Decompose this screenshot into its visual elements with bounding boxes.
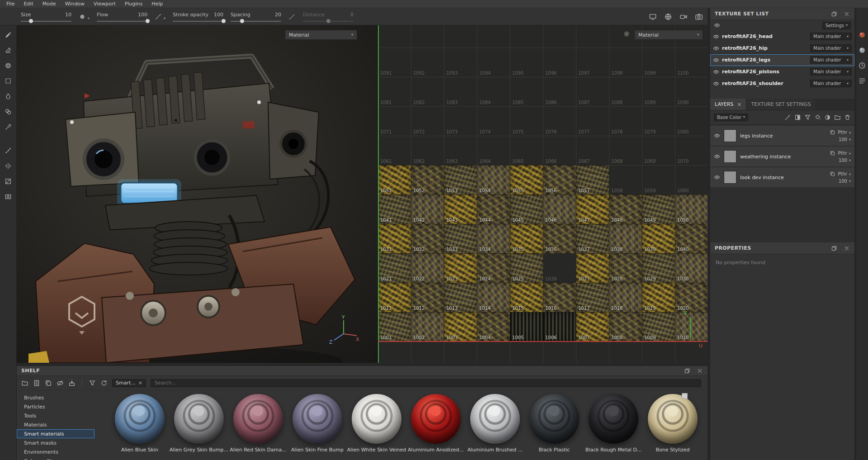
- stencil-tool[interactable]: [2, 191, 14, 203]
- blend-mode-dropdown[interactable]: Pthr▾: [838, 130, 851, 135]
- add-folder-icon[interactable]: [834, 114, 841, 121]
- menu-plugins[interactable]: Plugins: [120, 0, 147, 7]
- duplicate-icon[interactable]: [45, 379, 52, 387]
- shelf-material-alien-skin-fine-bump[interactable]: Alien Skin Fine Bump: [291, 394, 344, 460]
- uv-tile-1099[interactable]: 1099: [642, 47, 675, 77]
- menu-help[interactable]: Help: [147, 0, 167, 7]
- uv-tile-1030[interactable]: 1030: [675, 253, 708, 283]
- uv-tile-1096[interactable]: 1096: [543, 47, 576, 77]
- uv-tile-1054[interactable]: 1054: [477, 165, 510, 195]
- shader-settings-icon[interactable]: [858, 31, 866, 39]
- smudge-tool[interactable]: [2, 90, 14, 102]
- shader-sphere-icon[interactable]: [664, 13, 672, 21]
- uv-tile-1093[interactable]: 1093: [444, 47, 477, 77]
- uv-tile-1028[interactable]: 1028: [609, 253, 642, 283]
- delete-layer-icon[interactable]: [844, 114, 851, 121]
- close-icon[interactable]: [844, 11, 850, 17]
- uv-tile-1045[interactable]: 1045: [510, 194, 543, 224]
- uv-tile-1097[interactable]: 1097: [576, 47, 609, 77]
- uv-tile-1067[interactable]: 1067: [576, 136, 609, 166]
- shader-dropdown[interactable]: Main shader▾: [810, 56, 852, 64]
- clone-tool[interactable]: [2, 106, 14, 118]
- filter-icon[interactable]: [89, 379, 96, 387]
- uv-tile-1014[interactable]: 1014: [477, 283, 510, 313]
- shader-dropdown[interactable]: Main shader▾: [810, 80, 852, 87]
- float-panel-icon[interactable]: [684, 368, 690, 374]
- menu-window[interactable]: Window: [61, 0, 89, 7]
- falloff-icon[interactable]: ▾: [155, 13, 165, 20]
- shader-dropdown[interactable]: Main shader▾: [810, 68, 852, 76]
- material-sphere[interactable]: [529, 394, 579, 444]
- uv-tile-1071[interactable]: 1071: [378, 106, 411, 136]
- slider-knob[interactable]: [146, 19, 150, 23]
- uv-tile-1052[interactable]: 1052: [411, 165, 444, 195]
- uv-tile-1034[interactable]: 1034: [477, 224, 510, 254]
- slider-knob[interactable]: [222, 19, 226, 23]
- texture-set-row-retrofitaf26-hip[interactable]: retrofitAF26_hipMain shader▾: [710, 43, 854, 54]
- uv-tile-1010[interactable]: 1010: [675, 312, 708, 342]
- layer-row-look-dev-instance[interactable]: look dev instancePthr▾100▾: [710, 167, 854, 187]
- uv-tile-1044[interactable]: 1044: [477, 194, 510, 224]
- paint-tool[interactable]: [2, 29, 14, 41]
- uv-tile-1068[interactable]: 1068: [609, 136, 642, 166]
- shader-dropdown[interactable]: Main shader▾: [810, 44, 852, 52]
- uv-tile-1086[interactable]: 1086: [543, 77, 576, 107]
- thumbnail-size-button[interactable]: [682, 393, 688, 399]
- uv-tile-1006[interactable]: 1006: [543, 312, 576, 342]
- uv-tile-1084[interactable]: 1084: [477, 77, 510, 107]
- settings-dropdown[interactable]: Settings▾: [822, 22, 851, 29]
- shelf-material-alien-grey-skin-bump[interactable]: Alien Grey Skin Bump...: [173, 394, 225, 460]
- camera-icon[interactable]: [679, 13, 688, 21]
- add-smart-material-icon[interactable]: [824, 114, 831, 121]
- shelf-category-brushes[interactable]: Brushes: [17, 393, 94, 402]
- close-icon[interactable]: [844, 245, 850, 251]
- material-sphere[interactable]: [648, 394, 698, 444]
- uv-tile-1023[interactable]: 1023: [444, 253, 477, 283]
- uv-tile-1032[interactable]: 1032: [411, 224, 444, 254]
- import-resources-icon[interactable]: [68, 379, 75, 387]
- eraser-tool[interactable]: [2, 44, 14, 56]
- uv-tile-1058[interactable]: 1058: [609, 165, 642, 195]
- uv-tile-1003[interactable]: 1003: [444, 312, 477, 342]
- shelf-category-smart-masks[interactable]: Smart masks: [17, 438, 94, 447]
- shelf-material-black-rough-metal-d[interactable]: Black Rough Metal D...: [587, 394, 640, 460]
- uv-tile-1027[interactable]: 1027: [576, 253, 609, 283]
- uv-tile-1064[interactable]: 1064: [477, 136, 510, 166]
- uv-tile-1091[interactable]: 1091: [378, 47, 411, 77]
- viewport-3d[interactable]: Material▾ Y X Z: [17, 25, 378, 363]
- uv-tile-1048[interactable]: 1048: [609, 194, 642, 224]
- history-icon[interactable]: [858, 62, 866, 70]
- uv-tile-1087[interactable]: 1087: [576, 77, 609, 107]
- shelf-category-materials[interactable]: Materials: [17, 420, 94, 429]
- uv-tile-1051[interactable]: 1051: [378, 165, 411, 195]
- blend-mode-dropdown[interactable]: Pthr▾: [838, 151, 851, 156]
- texture-set-row-retrofitaf26-pistons[interactable]: retrofitAF26_pistonsMain shader▾: [710, 66, 854, 78]
- uv-tile-1042[interactable]: 1042: [411, 194, 444, 224]
- uv-tile-1069[interactable]: 1069: [642, 136, 675, 166]
- uv-tile-1008[interactable]: 1008: [609, 312, 642, 342]
- viewport3d-material-dropdown[interactable]: Material▾: [285, 30, 357, 40]
- uv-tile-1100[interactable]: 1100: [675, 47, 708, 77]
- uv-tile-1089[interactable]: 1089: [642, 77, 675, 107]
- layer-row-legs-instance[interactable]: legs instancePthr▾100▾: [710, 126, 854, 146]
- uv-tile-1056[interactable]: 1056: [543, 165, 576, 195]
- snapshot-icon[interactable]: [695, 13, 703, 21]
- uv-tile-1060[interactable]: 1060: [675, 165, 708, 195]
- uv-tile-1007[interactable]: 1007: [576, 312, 609, 342]
- uv-tile-1082[interactable]: 1082: [411, 77, 444, 107]
- close-icon[interactable]: [697, 368, 703, 374]
- visibility-eye-icon[interactable]: [713, 57, 719, 63]
- uv-tile-1019[interactable]: 1019: [642, 283, 675, 313]
- menu-edit[interactable]: Edit: [19, 0, 38, 7]
- uv-tile-1009[interactable]: 1009: [642, 312, 675, 342]
- particles-tool[interactable]: [2, 145, 14, 156]
- uv-tile-1043[interactable]: 1043: [444, 194, 477, 224]
- uv-tile-1090[interactable]: 1090: [675, 77, 708, 107]
- settings-gear-icon[interactable]: [623, 31, 630, 37]
- uv-tile-1079[interactable]: 1079: [642, 106, 675, 136]
- folder-icon[interactable]: [21, 379, 28, 387]
- layer-row-weathering-instance[interactable]: weathering instancePthr▾100▾: [710, 147, 854, 166]
- add-filter-icon[interactable]: [804, 114, 811, 121]
- uv-tile-1050[interactable]: 1050: [675, 194, 708, 224]
- visibility-eye-icon[interactable]: [713, 45, 719, 52]
